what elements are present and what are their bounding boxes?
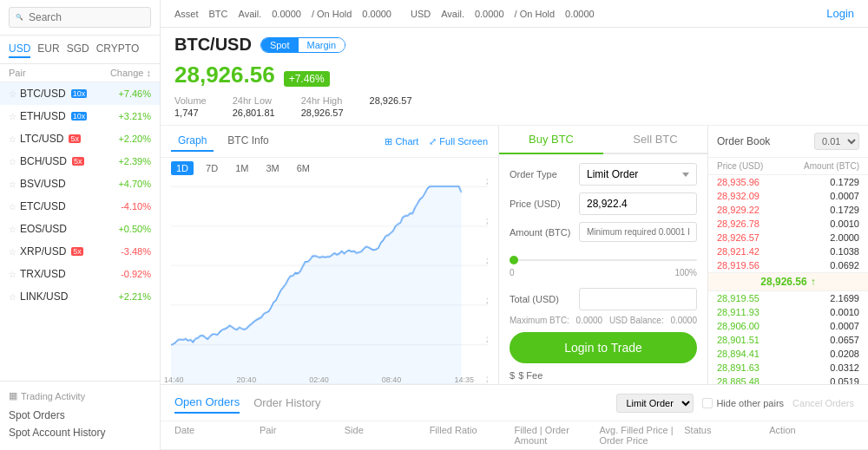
pair-change: -4.10% xyxy=(121,201,151,212)
star-icon[interactable]: ☆ xyxy=(9,202,16,212)
pair-change: +2.20% xyxy=(118,134,151,144)
hide-pairs-toggle[interactable]: Hide other pairs xyxy=(702,398,784,408)
ob-buy-row[interactable]: 28,891.630.0312 xyxy=(708,361,868,375)
pair-item[interactable]: ☆ XRP/USD 5x -3.48% xyxy=(0,240,160,263)
star-icon[interactable]: ☆ xyxy=(9,179,16,189)
margin-tab[interactable]: Margin xyxy=(299,38,345,52)
time-3m[interactable]: 3M xyxy=(260,161,284,175)
total-input[interactable] xyxy=(579,288,697,310)
cancel-orders-button[interactable]: Cancel Orders xyxy=(792,398,854,408)
tab-eur[interactable]: EUR xyxy=(37,41,59,58)
hide-pairs-checkbox[interactable] xyxy=(702,398,713,408)
time-1d[interactable]: 1D xyxy=(171,161,194,175)
ob-buy-price: 28,919.55 xyxy=(717,293,760,303)
star-icon[interactable]: ☆ xyxy=(9,112,16,121)
chart-icon: ▦ xyxy=(9,390,17,401)
star-icon[interactable]: ☆ xyxy=(9,270,16,279)
pair-item[interactable]: ☆ BSV/USD +4.70% xyxy=(0,173,160,195)
open-orders-tab[interactable]: Open Orders xyxy=(174,392,240,414)
ob-sell-row[interactable]: 28,919.560.0692 xyxy=(708,258,868,272)
star-icon[interactable]: ☆ xyxy=(9,247,16,257)
tab-crypto[interactable]: CRYPTO xyxy=(96,41,140,58)
pair-name: XRP/USD xyxy=(20,245,66,258)
pair-item[interactable]: ☆ LTC/USD 5x +2.20% xyxy=(0,127,160,150)
sidebar: USD EUR SGD CRYPTO Pair Change ↕ ☆ BTC/U… xyxy=(0,0,161,450)
order-history-tab[interactable]: Order History xyxy=(253,393,320,413)
time-7d[interactable]: 7D xyxy=(201,161,223,175)
pair-list-header: Pair Change ↕ xyxy=(0,64,160,82)
star-icon[interactable]: ☆ xyxy=(9,225,16,234)
graph-tab[interactable]: Graph xyxy=(171,131,214,152)
spot-margin-toggle: Spot Margin xyxy=(260,37,345,53)
pair-change: -0.92% xyxy=(121,269,151,279)
ob-buy-row[interactable]: 28,919.552.1699 xyxy=(708,291,868,305)
orders-header: Open Orders Order History Limit Order Hi… xyxy=(161,385,868,421)
x-label-3: 08:40 xyxy=(382,375,402,384)
ob-sell-amount: 0.1729 xyxy=(830,177,859,187)
order-type-select[interactable]: Limit Order xyxy=(579,163,697,186)
pair-item[interactable]: ☆ TRX/USD -0.92% xyxy=(0,263,160,285)
chart-canvas: 14:40 20:40 02:40 08:40 14:35 xyxy=(161,179,498,384)
buy-tab[interactable]: Buy BTC xyxy=(499,126,603,154)
tab-usd[interactable]: USD xyxy=(9,41,30,58)
ob-sell-row[interactable]: 28,935.960.1729 xyxy=(708,175,868,189)
ob-increment-select[interactable]: 0.01 xyxy=(814,133,859,150)
pair-change: +4.70% xyxy=(118,179,151,189)
pair-item[interactable]: ☆ ETC/USD -4.10% xyxy=(0,195,160,218)
ob-buy-row[interactable]: 28,901.510.0657 xyxy=(708,333,868,347)
spot-orders-link[interactable]: Spot Orders xyxy=(9,407,151,424)
time-6m[interactable]: 6M xyxy=(292,161,315,175)
pair-item[interactable]: ☆ BTC/USD 10x +7.46% xyxy=(0,82,160,105)
pair-item[interactable]: ☆ BCH/USD 5x +2.39% xyxy=(0,150,160,173)
ob-buy-row[interactable]: 28,885.480.0519 xyxy=(708,375,868,384)
asset-label: Asset xyxy=(174,9,199,19)
login-button[interactable]: Login xyxy=(826,7,854,20)
time-1m[interactable]: 1M xyxy=(230,161,253,175)
spot-tab[interactable]: Spot xyxy=(261,38,299,52)
bottom-section: Open Orders Order History Limit Order Hi… xyxy=(161,384,868,450)
pair-name: BTC/USD xyxy=(20,88,66,100)
pair-name: LTC/USD xyxy=(20,133,63,145)
pair-item[interactable]: ☆ ETH/USD 10x +3.21% xyxy=(0,105,160,127)
ob-buy-amount: 0.0208 xyxy=(830,349,859,359)
col-date: Date xyxy=(174,425,260,446)
fee-row[interactable]: $ $ Fee xyxy=(510,370,697,381)
amount-input[interactable] xyxy=(579,222,697,242)
ob-sell-price: 28,932.09 xyxy=(717,191,760,201)
spot-account-history-link[interactable]: Spot Account History xyxy=(9,424,151,441)
ob-buy-amount: 0.0010 xyxy=(830,307,859,317)
pair-change: +0.50% xyxy=(118,224,151,234)
fullscreen-btn[interactable]: ⤢ Full Screen xyxy=(429,136,488,147)
ob-sell-row[interactable]: 28,926.780.0010 xyxy=(708,217,868,231)
ob-col-header: Price (USD) Amount (BTC) xyxy=(708,158,868,175)
ob-buy-row[interactable]: 28,894.410.0208 xyxy=(708,347,868,361)
ob-sell-row[interactable]: 28,929.220.1729 xyxy=(708,203,868,217)
tab-sgd[interactable]: SGD xyxy=(67,41,89,58)
price-input[interactable] xyxy=(579,192,697,215)
ob-buy-row[interactable]: 28,906.000.0007 xyxy=(708,319,868,333)
star-icon[interactable]: ☆ xyxy=(9,292,16,302)
usd-balance-value: 0.0000 xyxy=(670,316,697,325)
pair-item[interactable]: ☆ EOS/USD +0.50% xyxy=(0,218,160,240)
star-icon[interactable]: ☆ xyxy=(9,157,16,166)
ob-sell-row[interactable]: 28,926.572.0000 xyxy=(708,231,868,245)
ob-buy-row[interactable]: 28,911.930.0010 xyxy=(708,305,868,319)
pair-item[interactable]: ☆ LINK/USD +2.21% xyxy=(0,285,160,308)
ob-sell-row[interactable]: 28,932.090.0007 xyxy=(708,189,868,203)
col-action: Action xyxy=(769,425,854,446)
order-form-body: Order Type Limit Order Price (USD) Amoun… xyxy=(499,154,707,384)
order-type-filter[interactable]: Limit Order xyxy=(616,394,694,413)
search-input[interactable] xyxy=(9,7,151,28)
usd-avail-value: 0.0000 xyxy=(475,9,504,19)
chart-btn[interactable]: ⊞ Chart xyxy=(385,136,418,147)
low-stat: 24hr Low 26,801.81 xyxy=(233,95,275,118)
star-icon[interactable]: ☆ xyxy=(9,134,16,144)
ob-sell-row[interactable]: 28,921.420.1038 xyxy=(708,245,868,258)
sell-tab[interactable]: Sell BTC xyxy=(603,126,707,153)
star-icon[interactable]: ☆ xyxy=(9,89,16,99)
amount-label: Amount (BTC) xyxy=(510,227,579,238)
login-to-trade-button[interactable]: Login to Trade xyxy=(510,332,697,363)
btc-info-tab[interactable]: BTC Info xyxy=(220,131,275,152)
pair-name: BSV/USD xyxy=(20,178,66,190)
amount-slider[interactable]: 0 100% xyxy=(510,249,697,281)
